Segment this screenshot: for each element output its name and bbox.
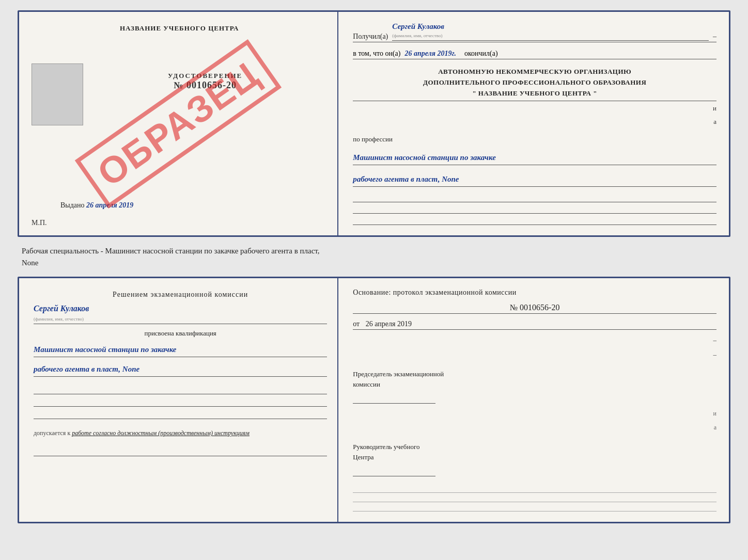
vydano-date: 26 апреля 2019 — [86, 201, 133, 209]
poluchil-label: Получил(а) — [353, 33, 388, 41]
bottom-name-value: Сергей Кулаков — [34, 304, 89, 313]
trailing-dashes — [353, 487, 716, 511]
dash-i: и — [353, 104, 716, 113]
br-dash2: – — [353, 350, 716, 359]
name-line: Сергей Кулаков (фамилия, имя, отчество) — [34, 304, 327, 324]
b-dash-2 — [34, 398, 327, 407]
resolution-title: Решением экзаменационной комиссии — [34, 291, 327, 299]
profession-line2: рабочего агента в пласт, None — [353, 172, 716, 187]
watermark: ОБРАЗЕЦ — [75, 39, 282, 209]
dash-a: а — [353, 118, 716, 126]
org-block: АВТОНОМНУЮ НЕКОММЕРЧЕСКУЮ ОРГАНИЗАЦИЮ ДО… — [353, 67, 716, 101]
poluchil-value: Сергей Кулаков — [392, 22, 444, 30]
okonchil-label: окончил(а) — [464, 50, 498, 58]
bottom-booklet-left: Решением экзаменационной комиссии Сергей… — [19, 278, 338, 522]
top-booklet-left: НАЗВАНИЕ УЧЕБНОГО ЦЕНТРА УДОСТОВЕРЕНИЕ №… — [19, 12, 338, 235]
chairman-label2: комиссии — [353, 379, 716, 390]
vtom-row: в том, что он(а) 26 апреля 2019г. окончи… — [353, 50, 716, 59]
tr-dash-3 — [353, 505, 716, 511]
org-line2: ДОПОЛНИТЕЛЬНОГО ПРОФЕССИОНАЛЬНОГО ОБРАЗО… — [353, 77, 716, 88]
mp-label: М.П. — [32, 219, 47, 227]
rukovoditel-block: Руководитель учебного Центра — [353, 442, 716, 476]
org-line3: " НАЗВАНИЕ УЧЕБНОГО ЦЕНТРА " — [353, 88, 716, 99]
udc-block: УДОСТОВЕРЕНИЕ № 0010656-20 — [83, 72, 327, 91]
tr-dash-1 — [353, 487, 716, 493]
br-dash1: – — [353, 336, 716, 344]
right-dashes — [353, 194, 716, 225]
udc-label: УДОСТОВЕРЕНИЕ — [83, 72, 327, 80]
dopuskaetsya-label: допускается к — [34, 429, 70, 437]
top-center-title: НАЗВАНИЕ УЧЕБНОГО ЦЕНТРА — [32, 24, 327, 33]
ot-label: от — [353, 320, 360, 328]
dash-line-1 — [353, 194, 716, 202]
tr-dash-2 — [353, 496, 716, 502]
qual-line2: рабочего агента в пласт, None — [34, 362, 327, 377]
bottom-name-sub: (фамилия, имя, отчество) — [34, 316, 84, 322]
org-line1: АВТОНОМНУЮ НЕКОММЕРЧЕСКУЮ ОРГАНИЗАЦИЮ — [353, 67, 716, 77]
udc-number: № 0010656-20 — [83, 80, 327, 91]
rukovoditel-label2: Центра — [353, 452, 716, 462]
middle-text-block: Рабочая специальность - Машинист насосно… — [18, 243, 730, 270]
photo-placeholder — [32, 63, 83, 125]
vydano-label: Выдано — [60, 201, 85, 209]
dash1: – — [713, 33, 716, 41]
ot-date-row: от 26 апреля 2019 — [353, 320, 716, 330]
top-booklet: НАЗВАНИЕ УЧЕБНОГО ЦЕНТРА УДОСТОВЕРЕНИЕ №… — [18, 10, 730, 237]
b-dash-1 — [34, 386, 327, 394]
b-dash-4 — [34, 448, 327, 456]
middle-line1: Рабочая специальность - Машинист насосно… — [22, 247, 320, 255]
protocol-number: № 0010656-20 — [353, 303, 716, 314]
marker-a: а — [714, 424, 716, 431]
poluchil-row: Получил(а) Сергей Кулаков (фамилия, имя,… — [353, 22, 716, 42]
po-professii: по профессии — [353, 135, 716, 143]
prisvoena: присвоена квалификация — [34, 329, 327, 338]
bottom-dash-lines — [34, 386, 327, 419]
dash-line-2 — [353, 205, 716, 214]
middle-line2: None — [22, 259, 39, 267]
dash-line-3 — [353, 217, 716, 225]
bottom-booklet-right: Основание: протокол экзаменационной коми… — [338, 278, 729, 522]
qual-line1: Машинист насосной станции по закачке — [34, 343, 327, 357]
dopuskaetsya-value: работе согласно должностным (производств… — [72, 429, 250, 437]
b-dash-3 — [34, 411, 327, 419]
bottom-booklet: Решением экзаменационной комиссии Сергей… — [18, 277, 730, 523]
side-markers: и — [353, 410, 716, 418]
top-booklet-right: Получил(а) Сергей Кулаков (фамилия, имя,… — [338, 12, 729, 235]
rukovoditel-sign-line — [353, 464, 435, 476]
osnov-title: Основание: протокол экзаменационной коми… — [353, 289, 716, 297]
poluchil-value-wrap: Сергей Кулаков (фамилия, имя, отчество) — [392, 22, 709, 41]
chairman-label1: Председатель экзаменационной — [353, 369, 716, 379]
dopuskaetsya-block: допускается к работе согласно должностны… — [34, 428, 327, 438]
poluchil-sub: (фамилия, имя, отчество) — [392, 33, 442, 38]
vtom-date: 26 апреля 2019г. — [404, 50, 456, 58]
marker-i: и — [713, 410, 716, 418]
vtom-label: в том, что он(а) — [353, 50, 400, 58]
document-container: НАЗВАНИЕ УЧЕБНОГО ЦЕНТРА УДОСТОВЕРЕНИЕ №… — [18, 10, 730, 523]
chairman-sign-line — [353, 391, 435, 404]
vydano-line: Выдано 26 апреля 2019 — [60, 201, 133, 210]
ot-date: 26 апреля 2019 — [366, 320, 412, 328]
profession-line1: Машинист насосной станции по закачке — [353, 151, 716, 165]
chairman-block: Председатель экзаменационной комиссии — [353, 369, 716, 404]
rukovoditel-label1: Руководитель учебного — [353, 442, 716, 452]
